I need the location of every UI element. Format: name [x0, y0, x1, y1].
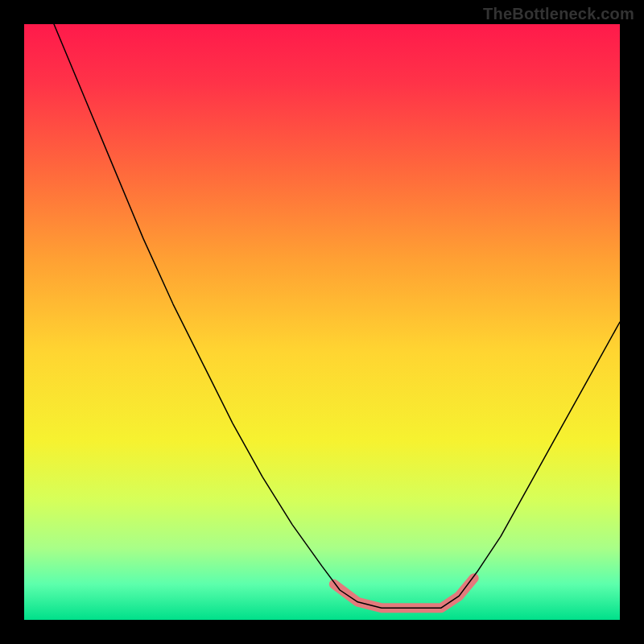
highlight-band	[334, 578, 474, 608]
plot-area	[24, 24, 620, 620]
chart-frame: TheBottleneck.com	[0, 0, 644, 644]
curve-layer	[24, 24, 620, 620]
watermark-text: TheBottleneck.com	[483, 5, 634, 23]
bottleneck-curve	[54, 24, 620, 608]
